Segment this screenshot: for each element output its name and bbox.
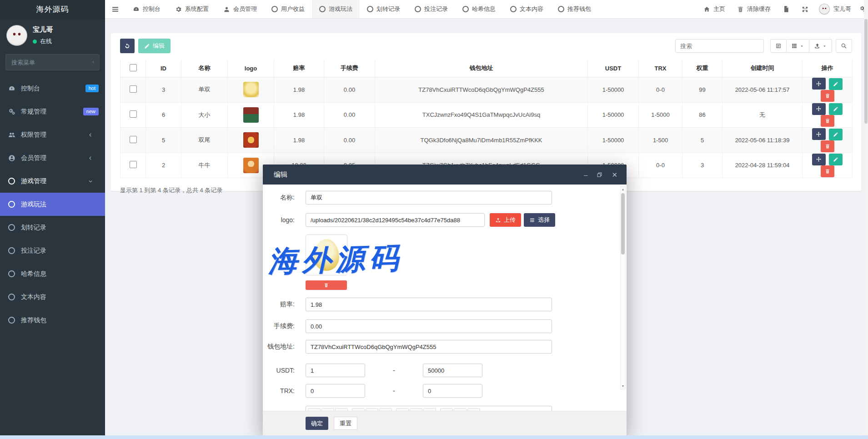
sidebar-item-permissions[interactable]: 权限管理 [0,123,105,146]
gameplay-table: ID 名称 logo 赔率 手续费 钱包地址 USDT TRX 权重 创建时间 … [120,60,853,178]
edit-button[interactable]: 编辑 [138,39,171,53]
delete-row-button[interactable] [821,90,834,102]
modal-header[interactable]: 编辑 – ✕ [263,165,627,185]
wallet-address-field[interactable] [306,340,552,354]
row-checkbox[interactable] [130,85,137,93]
refresh-button[interactable] [120,39,135,53]
edit-row-button[interactable] [829,78,843,90]
trx-min-field[interactable] [306,384,365,398]
trx-max-field[interactable] [423,384,482,398]
row-checkbox[interactable] [130,110,137,118]
export-button[interactable] [809,39,832,53]
move-row-button[interactable] [812,154,826,165]
move-row-button[interactable] [812,103,826,115]
columns-button[interactable] [787,39,809,53]
fee-field[interactable] [306,319,552,333]
paging-icon [775,43,782,49]
tab-members[interactable]: 会员管理 [216,0,264,18]
delete-row-button[interactable] [821,115,834,127]
refresh-page-button[interactable] [777,5,796,13]
choose-button[interactable]: 选择 [524,213,555,227]
tab-text-content[interactable]: 文本内容 [503,0,551,18]
modal-scrollbar[interactable]: ▲ ▼ [620,186,626,389]
sidebar-item-games[interactable]: 游戏管理 [0,170,105,193]
ring-icon [8,247,15,254]
pagination-toggle-button[interactable] [770,39,787,53]
sidebar-item-general[interactable]: 常规管理 new [0,100,105,123]
delete-row-button[interactable] [821,165,834,177]
header-checkbox-cell [120,60,146,77]
row-checkbox[interactable] [130,161,137,168]
tab-system-config[interactable]: 系统配置 [168,0,216,18]
user-icon [223,6,230,13]
home-link[interactable]: 主页 [697,5,731,13]
page-scrollbar[interactable] [864,0,868,439]
sidebar-item-members[interactable]: 会员管理 [0,146,105,170]
edit-row-button[interactable] [829,154,843,165]
cell-fee: 0.00 [324,102,375,128]
modal-footer: 确定 重置 [263,411,627,435]
select-all-checkbox[interactable] [130,64,137,71]
upload-button[interactable]: 上传 [490,213,521,227]
scrollbar-thumb[interactable] [621,193,625,254]
tab-hash-info[interactable]: 哈希信息 [455,0,503,18]
name-field[interactable] [306,191,552,205]
search-icon [92,59,95,65]
sidebar-item-console[interactable]: 控制台 hot [0,77,105,100]
minimize-icon[interactable]: – [584,171,587,178]
row-checkbox[interactable] [130,136,137,143]
tab-console[interactable]: 控制台 [125,0,168,18]
close-icon[interactable]: ✕ [612,171,617,178]
confirm-button[interactable]: 确定 [306,417,328,430]
hamburger-menu-icon[interactable] [105,0,125,18]
cell-id: 2 [146,153,181,178]
fullscreen-button[interactable] [796,6,814,13]
top-navbar: 控制台 系统配置 会员管理 用户收益 游戏玩法 划转记录 投注记录 哈希信息 [105,0,868,19]
advanced-search-button[interactable] [836,39,852,53]
table-search-input[interactable] [675,39,764,53]
user-avatar[interactable] [6,25,27,46]
user-status-label: 在线 [40,37,52,45]
sidebar-search[interactable] [5,54,100,70]
sidebar-item-gameplay[interactable]: 游戏玩法 [0,193,105,216]
logo-path-field[interactable] [306,213,485,227]
bull-logo-image [243,158,259,173]
cell-id: 5 [146,128,181,153]
delete-row-button[interactable] [821,140,834,152]
export-icon [814,43,820,49]
navbar-user-menu[interactable]: 宝儿哥 [814,4,856,15]
ring-icon [8,224,15,231]
restore-icon[interactable] [597,172,602,178]
tab-user-income[interactable]: 用户收益 [264,0,312,18]
odds-field[interactable] [306,298,552,311]
clear-cache-link[interactable]: 清除缓存 [731,5,777,13]
cell-weight: 5 [682,128,722,153]
usdt-min-field[interactable] [306,364,365,377]
cell-created: 2022-05-06 11:18:39 [722,128,803,153]
page-scrollbar-thumb[interactable] [864,19,868,124]
trash-icon [324,283,329,288]
move-row-button[interactable] [812,78,826,90]
move-row-button[interactable] [812,128,826,140]
sidebar-search-input[interactable] [10,59,92,66]
sidebar-item-transfer-records[interactable]: 划转记录 [0,216,105,239]
user-name: 宝儿哥 [33,25,53,34]
edit-row-button[interactable] [829,103,843,115]
sidebar-item-hash-info[interactable]: 哈希信息 [0,262,105,285]
casino-table-logo-image [243,107,259,123]
columns-grid-icon [791,43,798,49]
sidebar-item-referral-wallet[interactable]: 推荐钱包 [0,309,105,332]
sidebar-item-text-content[interactable]: 文本内容 [0,285,105,309]
reset-button[interactable]: 重置 [334,417,357,430]
tab-referral-wallet[interactable]: 推荐钱包 [551,0,598,18]
tab-transfer-records[interactable]: 划转记录 [360,0,407,18]
scroll-up-arrow[interactable]: ▲ [622,187,625,192]
scroll-down-arrow[interactable]: ▼ [622,384,625,389]
edit-row-button[interactable] [829,129,843,140]
usdt-max-field[interactable] [423,364,482,377]
tab-gameplay[interactable]: 游戏玩法 [312,0,360,18]
delete-image-button[interactable] [306,280,347,290]
edit-button-label: 编辑 [153,42,165,50]
tab-bet-records[interactable]: 投注记录 [407,0,455,18]
sidebar-item-bet-records[interactable]: 投注记录 [0,239,105,262]
